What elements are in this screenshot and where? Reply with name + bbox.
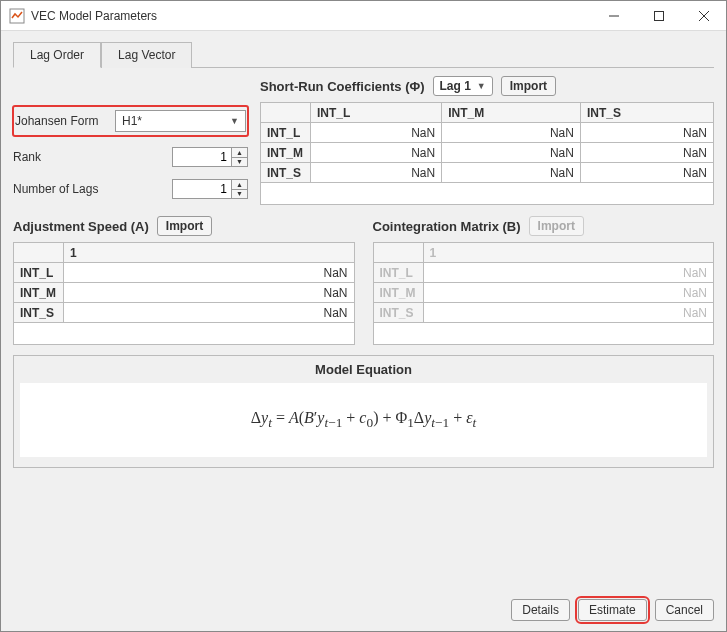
table-row-header: INT_M: [261, 143, 311, 163]
table-cell[interactable]: NaN: [442, 143, 581, 163]
table-row-header: INT_L: [261, 123, 311, 143]
tab-lag-order[interactable]: Lag Order: [13, 42, 101, 68]
table-cell[interactable]: NaN: [64, 303, 355, 323]
table-cell[interactable]: NaN: [442, 123, 581, 143]
coint-matrix-title: Cointegration Matrix (B): [373, 219, 521, 234]
table-col-header: 1: [423, 243, 714, 263]
table-row-header: INT_L: [14, 263, 64, 283]
table-row-header: INT_M: [14, 283, 64, 303]
tab-bar: Lag Order Lag Vector: [13, 41, 714, 68]
table-cell[interactable]: NaN: [311, 143, 442, 163]
numlags-spin-up[interactable]: ▲: [232, 180, 247, 190]
table-cell[interactable]: NaN: [311, 163, 442, 183]
table-cell[interactable]: NaN: [580, 163, 713, 183]
minimize-button[interactable]: [591, 1, 636, 31]
table-row-header: INT_S: [373, 303, 423, 323]
adj-speed-title: Adjustment Speed (A): [13, 219, 149, 234]
table-row-header: INT_M: [373, 283, 423, 303]
short-run-title: Short-Run Coefficients (Φ): [260, 79, 425, 94]
short-run-table[interactable]: INT_L INT_M INT_S INT_L NaN NaN NaN INT_…: [260, 102, 714, 205]
johansen-form-value: H1*: [122, 114, 142, 128]
numlags-label: Number of Lags: [13, 182, 113, 196]
table-col-header: 1: [64, 243, 355, 263]
table-row-header: INT_S: [14, 303, 64, 323]
rank-input[interactable]: [172, 147, 232, 167]
numlags-input[interactable]: [172, 179, 232, 199]
rank-label: Rank: [13, 150, 113, 164]
table-cell: NaN: [423, 263, 714, 283]
cancel-button[interactable]: Cancel: [655, 599, 714, 621]
table-cell[interactable]: NaN: [64, 283, 355, 303]
table-cell[interactable]: NaN: [442, 163, 581, 183]
window-title: VEC Model Parameters: [31, 9, 591, 23]
close-button[interactable]: [681, 1, 726, 31]
param-panel: Johansen Form H1* ▼ Rank ▲ ▼: [13, 76, 248, 208]
title-bar: VEC Model Parameters: [1, 1, 726, 31]
johansen-form-label: Johansen Form: [15, 114, 115, 128]
equation-panel: Model Equation Δyt = A(B′yt−1 + c0) + Φ1…: [13, 355, 714, 468]
details-button[interactable]: Details: [511, 599, 570, 621]
coint-matrix-table: 1 INT_LNaN INT_MNaN INT_SNaN: [373, 242, 715, 345]
svg-rect-2: [654, 11, 663, 20]
lag-select-value: Lag 1: [440, 79, 471, 93]
johansen-form-dropdown[interactable]: H1* ▼: [115, 110, 246, 132]
table-cell[interactable]: NaN: [580, 143, 713, 163]
table-empty-row: [373, 323, 714, 345]
table-cell[interactable]: NaN: [580, 123, 713, 143]
rank-spin-up[interactable]: ▲: [232, 148, 247, 158]
short-run-import-button[interactable]: Import: [501, 76, 556, 96]
numlags-spin-down[interactable]: ▼: [232, 190, 247, 199]
rank-spin-down[interactable]: ▼: [232, 158, 247, 167]
estimate-button[interactable]: Estimate: [578, 599, 647, 621]
chevron-down-icon: ▼: [230, 116, 239, 126]
table-col-header: INT_S: [580, 103, 713, 123]
table-cell[interactable]: NaN: [311, 123, 442, 143]
equation-body: Δyt = A(B′yt−1 + c0) + Φ1Δyt−1 + εt: [20, 383, 707, 457]
lag-select-dropdown[interactable]: Lag 1 ▼: [433, 76, 493, 96]
adj-speed-table[interactable]: 1 INT_LNaN INT_MNaN INT_SNaN: [13, 242, 355, 345]
app-icon: [9, 8, 25, 24]
table-cell: NaN: [423, 303, 714, 323]
table-empty-row: [14, 323, 355, 345]
table-row-header: INT_S: [261, 163, 311, 183]
chevron-down-icon: ▼: [477, 81, 486, 91]
table-empty-row: [261, 183, 714, 205]
table-col-header: INT_M: [442, 103, 581, 123]
coint-matrix-import-button: Import: [529, 216, 584, 236]
table-col-header: INT_L: [311, 103, 442, 123]
table-cell[interactable]: NaN: [64, 263, 355, 283]
equation-title: Model Equation: [14, 356, 713, 383]
table-row-header: INT_L: [373, 263, 423, 283]
table-cell: NaN: [423, 283, 714, 303]
adj-speed-import-button[interactable]: Import: [157, 216, 212, 236]
tab-lag-vector[interactable]: Lag Vector: [101, 42, 192, 68]
maximize-button[interactable]: [636, 1, 681, 31]
